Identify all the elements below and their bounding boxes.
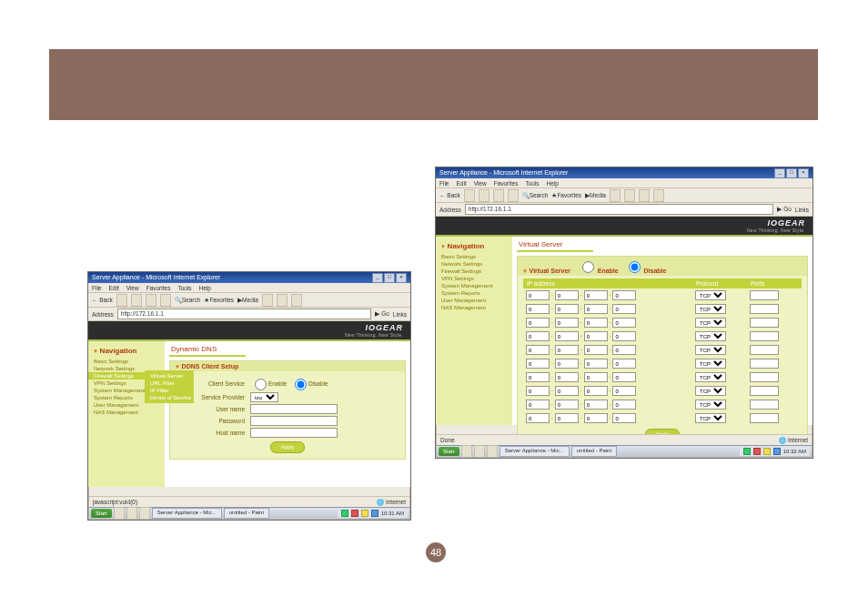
ip-octet-field[interactable] — [612, 372, 636, 382]
ip-octet-field[interactable] — [612, 400, 636, 410]
ip-octet-field[interactable] — [612, 304, 636, 314]
start-button[interactable]: Start — [439, 447, 459, 456]
quicklaunch-icon[interactable] — [474, 445, 485, 458]
menu-edit[interactable]: Edit — [108, 285, 118, 291]
nav-system-reports[interactable]: System Reports — [436, 289, 512, 297]
quicklaunch-icon[interactable] — [114, 507, 125, 520]
back-button[interactable]: ← Back — [439, 192, 460, 198]
ip-octet-field[interactable] — [584, 331, 608, 341]
tray-icon[interactable] — [351, 510, 358, 517]
ip-octet-field[interactable] — [555, 331, 579, 341]
ip-octet-field[interactable] — [526, 386, 550, 396]
home-button[interactable] — [160, 294, 171, 307]
ip-octet-field[interactable] — [584, 318, 608, 328]
tray-icon[interactable] — [341, 510, 348, 517]
port-field[interactable] — [750, 304, 779, 314]
stop-button[interactable] — [131, 294, 142, 307]
media-button[interactable]: ▶Media — [585, 192, 606, 199]
ip-octet-field[interactable] — [555, 372, 579, 382]
ip-octet-field[interactable] — [584, 345, 608, 355]
url-field[interactable]: http://172.16.1.1 — [465, 204, 773, 215]
task-tab-paint[interactable]: untitled - Paint — [224, 508, 269, 519]
protocol-select[interactable]: TCP — [695, 400, 726, 410]
ip-octet-field[interactable] — [555, 318, 579, 328]
ip-octet-field[interactable] — [584, 304, 608, 314]
port-field[interactable] — [750, 290, 779, 300]
client-service-disable[interactable] — [295, 379, 307, 390]
ip-octet-field[interactable] — [612, 345, 636, 355]
menu-edit[interactable]: Edit — [456, 180, 466, 187]
home-button[interactable] — [508, 189, 519, 202]
back-button[interactable]: ← Back — [92, 297, 113, 303]
ip-octet-field[interactable] — [555, 304, 579, 314]
vs-disable[interactable] — [629, 261, 641, 273]
menu-tools[interactable]: Tools — [177, 285, 191, 291]
protocol-select[interactable]: TCP — [695, 290, 726, 300]
media-button[interactable]: ▶Media — [237, 297, 258, 304]
maximize-icon[interactable]: □ — [384, 273, 395, 283]
task-tab-paint[interactable]: untitled - Paint — [571, 446, 617, 457]
refresh-button[interactable] — [493, 189, 504, 202]
ip-octet-field[interactable] — [612, 290, 636, 300]
refresh-button[interactable] — [146, 294, 156, 307]
ip-octet-field[interactable] — [584, 413, 608, 423]
ip-octet-field[interactable] — [526, 400, 550, 410]
ip-octet-field[interactable] — [584, 372, 608, 382]
protocol-select[interactable]: TCP — [695, 372, 726, 382]
tray-icon[interactable] — [743, 448, 751, 455]
host-name-field[interactable] — [250, 428, 338, 438]
forward-button[interactable] — [116, 294, 127, 307]
nav-basic-settings[interactable]: Basic Settings — [88, 358, 165, 365]
search-button[interactable]: 🔍Search — [175, 297, 201, 304]
menu-help[interactable]: Help — [547, 180, 559, 187]
ip-octet-field[interactable] — [612, 318, 636, 328]
ip-octet-field[interactable] — [526, 345, 550, 355]
ip-octet-field[interactable] — [555, 400, 579, 410]
start-button[interactable]: Start — [91, 509, 112, 518]
stop-button[interactable] — [479, 189, 490, 202]
submenu-dos[interactable]: Denial of Service — [145, 394, 194, 401]
service-provider-select[interactable]: tzo — [250, 392, 278, 402]
nav-nas-management[interactable]: NAS Management — [436, 304, 512, 311]
edit-button[interactable] — [653, 189, 664, 202]
menu-favorites[interactable]: Favorites — [494, 180, 519, 187]
favorites-button[interactable]: ★Favorites — [551, 192, 581, 199]
ip-octet-field[interactable] — [584, 290, 608, 300]
nav-nas-management[interactable]: NAS Management — [88, 409, 165, 416]
user-name-field[interactable] — [250, 404, 338, 414]
port-field[interactable] — [750, 318, 779, 328]
tray-icon[interactable] — [361, 510, 368, 517]
ip-octet-field[interactable] — [612, 331, 636, 341]
search-button[interactable]: 🔍Search — [522, 192, 549, 199]
ip-octet-field[interactable] — [555, 413, 579, 423]
nav-firewall-settings[interactable]: Firewall Settings — [436, 268, 512, 275]
port-field[interactable] — [750, 413, 779, 423]
ip-octet-field[interactable] — [526, 413, 550, 423]
task-tab-browser[interactable]: Server Appliance - Mic... — [152, 508, 222, 519]
ip-octet-field[interactable] — [612, 359, 636, 369]
protocol-select[interactable]: TCP — [695, 345, 726, 355]
port-field[interactable] — [750, 386, 779, 396]
ip-octet-field[interactable] — [526, 318, 550, 328]
protocol-select[interactable]: TCP — [695, 386, 726, 396]
ip-octet-field[interactable] — [555, 290, 579, 300]
submenu-virtual-server[interactable]: Virtual Server — [145, 372, 194, 379]
ip-octet-field[interactable] — [584, 400, 608, 410]
maximize-icon[interactable]: □ — [786, 168, 797, 178]
protocol-select[interactable]: TCP — [695, 331, 726, 341]
nav-network-settings[interactable]: Network Settings — [436, 260, 512, 268]
menu-favorites[interactable]: Favorites — [146, 285, 171, 291]
quicklaunch-icon[interactable] — [126, 507, 137, 520]
print-button[interactable] — [639, 189, 650, 202]
menu-tools[interactable]: Tools — [525, 180, 539, 187]
ip-octet-field[interactable] — [612, 386, 636, 396]
forward-button[interactable] — [464, 189, 475, 202]
nav-vpn-settings[interactable]: VPN Settings — [436, 275, 512, 282]
history-button[interactable] — [262, 294, 273, 307]
menu-file[interactable]: File — [92, 285, 101, 291]
port-field[interactable] — [750, 331, 779, 341]
favorites-button[interactable]: ★Favorites — [204, 297, 234, 304]
quicklaunch-icon[interactable] — [487, 445, 498, 458]
submenu-url-filter[interactable]: URL Filter — [145, 379, 194, 387]
url-field[interactable]: http://172.16.1.1 — [117, 309, 371, 319]
